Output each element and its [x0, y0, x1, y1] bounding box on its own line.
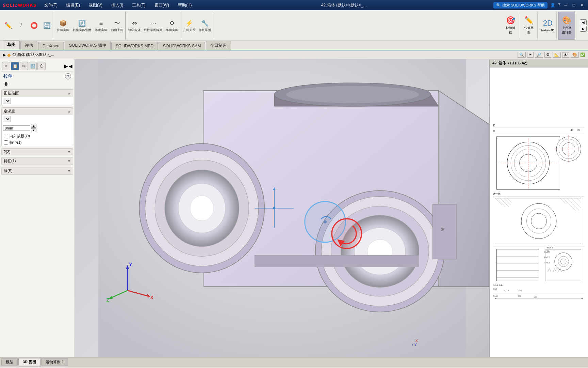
toolbar-sketch[interactable]: ✏️: [2, 20, 14, 31]
toolbar-relations[interactable]: ⚡ 几何关系: [182, 18, 197, 33]
depth-input[interactable]: 0mm: [3, 125, 30, 131]
toolbar-curve[interactable]: 〜 曲面上的: [110, 18, 125, 33]
tab-3dview[interactable]: 3D 视图: [18, 358, 40, 366]
minimize-button[interactable]: ─: [563, 3, 569, 7]
close-button[interactable]: ✕: [579, 3, 585, 7]
depth-value-row: 0mm ▲ ▼: [2, 123, 73, 133]
expand-panel-right[interactable]: ▶: [64, 63, 68, 69]
tab-sw-plugins[interactable]: SOLIDWORKS 插件: [65, 41, 111, 50]
toolbar-circle[interactable]: ⭕: [28, 20, 40, 31]
help-icon[interactable]: ?: [558, 3, 560, 7]
svg-point-74: [526, 209, 551, 233]
toolbar-arc[interactable]: 🔄: [41, 20, 53, 31]
menu-file[interactable]: 文件(F): [42, 2, 60, 9]
tab-sw-cam[interactable]: SOLIDWORKS CAM: [159, 42, 205, 50]
toolbar-repair[interactable]: 🔧 修复草图: [197, 18, 212, 33]
svg-rect-25: [255, 255, 419, 267]
color-sketch[interactable]: 🎨 上色草图轮廓: [558, 12, 575, 40]
depth-header[interactable]: 定深度 ▲: [2, 108, 73, 115]
search-bar[interactable]: 🔍 搜索 SOLIDWORKS 帮助: [493, 2, 548, 9]
menu-window[interactable]: 窗口(W): [152, 2, 171, 9]
svg-text:Ra6.3: Ra6.3: [544, 261, 550, 264]
toolbar-line[interactable]: /: [15, 20, 27, 31]
view-orient-btn[interactable]: 🔍: [518, 52, 526, 58]
toolbar-mirror[interactable]: ⇔ 镜向实体: [127, 18, 142, 33]
menu-insert[interactable]: 插入(I): [109, 2, 125, 9]
3d-viewport[interactable]: 美 Y X Z: [75, 59, 489, 357]
menu-edit[interactable]: 编辑(E): [64, 2, 82, 9]
depth-select[interactable]: [3, 116, 11, 122]
svg-text:Y: Y: [129, 262, 132, 267]
depth-section: 定深度 ▲ 0mm ▲ ▼ 向外拔模(O) 特征(1): [1, 107, 73, 146]
property-manager-btn[interactable]: 📋: [11, 62, 19, 70]
display-mode-btn[interactable]: 📐: [553, 52, 561, 58]
section-2-arrow: ▼: [67, 150, 71, 154]
sketch-plane-select[interactable]: [3, 98, 11, 104]
menu-view[interactable]: 视图(V): [87, 2, 104, 9]
tab-manufacturing[interactable]: 今日制造: [206, 41, 231, 50]
expand-panel-left[interactable]: ◀: [69, 63, 72, 69]
tab-model[interactable]: 模型: [1, 358, 18, 366]
tab-evaluate[interactable]: 评估: [20, 41, 37, 50]
svg-text:Ø112: Ø112: [504, 289, 509, 292]
magnify-btn[interactable]: 🔎: [535, 52, 543, 58]
toolbar-move[interactable]: ✥ 移动实体: [164, 18, 179, 33]
expand-tree-btn[interactable]: ▶: [3, 52, 6, 57]
toolbar-convert[interactable]: 🔃 转换实体引用: [71, 18, 93, 33]
tab-motion[interactable]: 运动算例 1: [41, 358, 68, 366]
maximize-button[interactable]: □: [571, 3, 576, 7]
section-view-btn[interactable]: ✂: [527, 52, 534, 58]
appearance-btn[interactable]: 🎨: [571, 52, 579, 58]
section-2-header[interactable]: 2(2) ▼: [2, 149, 73, 155]
accept-btn[interactable]: ✅: [580, 52, 585, 57]
right-drawing-panel: 42. 箱体（LJT06.42） E D 48 20: [489, 59, 588, 357]
quick-sketch[interactable]: ✏️ 快速草图: [521, 12, 538, 40]
menu-tools[interactable]: 工具(T): [130, 2, 147, 9]
menu-bar[interactable]: 文件(F) 编辑(E) 视图(V) 插入(I) 工具(T) 窗口(W) 帮助(H…: [42, 2, 195, 9]
main-content: ≡ 📋 ⚙ 🔢 ⬡ ▶ ◀ 拉伸 ? 👁 图基准面 ▲: [0, 59, 588, 357]
draft-check[interactable]: [4, 140, 8, 145]
faces-header[interactable]: 脸(S) ▼: [2, 167, 73, 174]
eye-icon[interactable]: 👁: [3, 81, 9, 87]
svg-line-65: [500, 198, 509, 207]
tab-dimxpert[interactable]: DimXpert: [38, 42, 64, 50]
sketch-plane-label: 图基准面: [4, 91, 19, 96]
config-manager-btn[interactable]: ⚙: [20, 62, 28, 70]
reverse-cut-check[interactable]: [4, 134, 8, 138]
svg-text:X: X: [150, 295, 153, 300]
sketch-plane-header[interactable]: 图基准面 ▲: [2, 90, 73, 97]
svg-line-63: [495, 198, 502, 205]
tab-sw-mbd[interactable]: SOLIDWORKS MBD: [111, 42, 158, 50]
collapse-toolbar[interactable]: ▶: [580, 26, 587, 32]
svg-text:Ø55: Ø55: [518, 289, 522, 292]
hide-show-btn[interactable]: 👁: [562, 52, 569, 58]
feature-manager-btn[interactable]: ≡: [2, 62, 10, 70]
svg-text:E: E: [493, 124, 495, 127]
svg-point-92: [560, 259, 566, 264]
svg-rect-89: [546, 249, 581, 281]
instant2d[interactable]: 2D Instant2D: [539, 12, 557, 40]
svg-text:150: 150: [534, 296, 537, 298]
svg-rect-62: [495, 198, 581, 244]
depth-up-btn[interactable]: ▲: [31, 124, 36, 128]
quick-snap[interactable]: 🎯 快速捕捉: [502, 12, 519, 40]
search-icon: 🔍: [496, 3, 501, 7]
toolbar-equal[interactable]: ≡ 等距实体: [94, 18, 109, 33]
depth-stepper[interactable]: ▲ ▼: [31, 124, 36, 132]
depth-down-btn[interactable]: ▼: [31, 128, 36, 132]
help-btn[interactable]: ?: [65, 73, 71, 79]
dim-expert-btn[interactable]: 🔢: [29, 62, 37, 70]
cam-btn[interactable]: ⬡: [37, 62, 46, 70]
svg-text:T56: T56: [518, 295, 521, 297]
user-icon[interactable]: 👤: [550, 3, 555, 7]
expand-toolbar[interactable]: ◀: [580, 19, 587, 25]
feature-header-row[interactable]: 特征(1) ▼: [2, 157, 73, 165]
toolbar-extrude[interactable]: 📦 拉伸实体: [55, 18, 70, 33]
drawing-panel-header: 42. 箱体（LJT06.42）: [490, 59, 588, 67]
toolbar-linear[interactable]: ⋯ 线性草图阵列: [143, 18, 164, 33]
svg-text:A—A: A—A: [493, 192, 500, 195]
depth-arrow: ▲: [67, 109, 71, 113]
view-settings-btn[interactable]: ⚙: [544, 52, 551, 58]
menu-help[interactable]: 帮助(H): [176, 2, 194, 9]
tab-sketch[interactable]: 草图: [3, 40, 20, 50]
